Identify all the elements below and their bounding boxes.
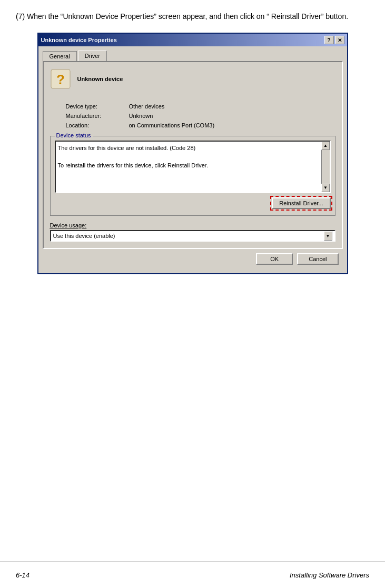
properties-table: Device type: Other devices Manufacturer:… bbox=[66, 103, 335, 128]
device-usage-label-text: Device usage: bbox=[50, 222, 87, 228]
prop-label-manufacturer: Manufacturer: bbox=[66, 113, 129, 119]
dialog-body: General Driver ? bbox=[38, 46, 347, 273]
status-scrollbar: ▲ ▼ bbox=[321, 142, 330, 192]
tab-content-area: ? Unknown device Device type: Other devi… bbox=[43, 61, 343, 249]
intro-paragraph: (7) When the “Unknown Device Properties”… bbox=[16, 11, 369, 22]
dialog-wrapper: Unknown device Properties ? ✕ General Dr… bbox=[37, 33, 348, 274]
device-status-textbox: The drivers for this device are not inst… bbox=[55, 141, 331, 193]
titlebar-buttons: ? ✕ bbox=[324, 36, 344, 44]
prop-row-device-type: Device type: Other devices bbox=[66, 103, 335, 109]
prop-row-location: Location: on Communications Port (COM3) bbox=[66, 122, 335, 128]
prop-value-manufacturer: Unknown bbox=[129, 113, 153, 119]
page-content: (7) When the “Unknown Device Properties”… bbox=[0, 0, 385, 306]
status-line2: To reinstall the drivers for this device… bbox=[58, 161, 318, 170]
footer-title: Installing Software Drivers bbox=[290, 571, 369, 579]
status-line1: The drivers for this device are not inst… bbox=[58, 144, 318, 153]
tab-general[interactable]: General bbox=[43, 51, 77, 61]
device-status-group: Device status The drivers for this devic… bbox=[50, 136, 335, 216]
scroll-down-arrow[interactable]: ▼ bbox=[321, 184, 330, 192]
prop-label-location: Location: bbox=[66, 122, 129, 128]
status-text-content: The drivers for this device are not inst… bbox=[58, 144, 328, 170]
reinstall-row: Reinstall Driver... bbox=[55, 197, 331, 209]
dialog-titlebar: Unknown device Properties ? ✕ bbox=[38, 34, 347, 46]
close-button[interactable]: ✕ bbox=[335, 36, 344, 44]
svg-text:?: ? bbox=[56, 72, 65, 87]
device-icon: ? bbox=[50, 68, 71, 89]
reinstall-driver-button[interactable]: Reinstall Driver... bbox=[272, 197, 330, 209]
ok-button[interactable]: OK bbox=[256, 253, 293, 265]
dropdown-arrow-icon[interactable]: ▼ bbox=[324, 231, 332, 241]
prop-value-location: on Communications Port (COM3) bbox=[129, 122, 215, 128]
footer-page-number: 6-14 bbox=[16, 571, 29, 579]
scroll-up-arrow[interactable]: ▲ bbox=[321, 142, 330, 150]
tabs-row: General Driver bbox=[43, 51, 343, 61]
tab-driver[interactable]: Driver bbox=[78, 51, 107, 61]
dialog-title: Unknown device Properties bbox=[41, 37, 117, 43]
page-footer: 6-14 Installing Software Drivers bbox=[0, 562, 385, 588]
device-usage-section: Device usage: Use this device (enable) ▼ bbox=[50, 222, 335, 242]
prop-value-device-type: Other devices bbox=[129, 103, 165, 109]
usage-dropdown-text: Use this device (enable) bbox=[53, 233, 115, 239]
device-header: ? Unknown device bbox=[50, 68, 335, 95]
device-usage-label: Device usage: bbox=[50, 222, 335, 228]
prop-row-manufacturer: Manufacturer: Unknown bbox=[66, 113, 335, 119]
device-usage-dropdown[interactable]: Use this device (enable) ▼ bbox=[50, 230, 335, 242]
dialog-footer: OK Cancel bbox=[43, 249, 343, 269]
device-status-legend: Device status bbox=[55, 132, 93, 138]
dialog-box: Unknown device Properties ? ✕ General Dr… bbox=[37, 33, 348, 274]
device-name: Unknown device bbox=[77, 76, 123, 82]
help-button[interactable]: ? bbox=[324, 36, 334, 44]
intro-text: (7) When the “Unknown Device Properties”… bbox=[16, 12, 348, 21]
prop-label-device-type: Device type: bbox=[66, 103, 129, 109]
cancel-button[interactable]: Cancel bbox=[297, 253, 338, 265]
